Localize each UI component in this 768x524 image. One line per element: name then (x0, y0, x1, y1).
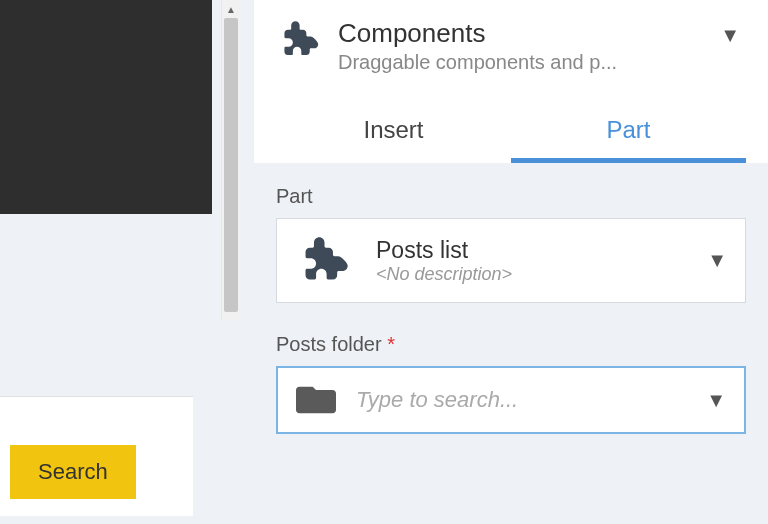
folder-selector[interactable]: ▼ (276, 366, 746, 434)
vertical-scrollbar[interactable]: ▲ (221, 0, 239, 320)
panel-subtitle: Draggable components and p... (338, 51, 720, 74)
puzzle-icon (276, 18, 320, 62)
part-title: Posts list (376, 237, 707, 264)
panel-body: Part Posts list <No description> ▼ Posts… (254, 163, 768, 434)
folder-label: Posts folder * (276, 333, 746, 356)
left-area: ▲ Search (0, 0, 240, 524)
required-indicator: * (387, 333, 395, 355)
chevron-down-icon[interactable]: ▼ (706, 389, 726, 412)
folder-search-input[interactable] (356, 387, 706, 413)
puzzle-icon (295, 233, 350, 288)
part-label: Part (276, 185, 746, 208)
scroll-up-arrow[interactable]: ▲ (222, 0, 240, 18)
chevron-down-icon[interactable]: ▼ (707, 249, 727, 272)
part-subtitle: <No description> (376, 264, 707, 285)
components-panel: Components Draggable components and p...… (254, 0, 768, 524)
panel-header: Components Draggable components and p...… (254, 0, 768, 163)
chevron-down-icon[interactable]: ▼ (720, 24, 740, 47)
part-selector[interactable]: Posts list <No description> ▼ (276, 218, 746, 303)
preview-pane (0, 0, 212, 214)
scroll-thumb[interactable] (224, 18, 238, 312)
folder-label-text: Posts folder (276, 333, 382, 355)
panel-header-row[interactable]: Components Draggable components and p...… (276, 18, 746, 74)
panel-title: Components (338, 18, 720, 49)
tab-part[interactable]: Part (511, 102, 746, 163)
search-card: Search (0, 396, 193, 516)
search-button[interactable]: Search (10, 445, 136, 499)
tab-insert[interactable]: Insert (276, 102, 511, 163)
folder-icon (296, 383, 336, 417)
tab-bar: Insert Part (276, 102, 746, 163)
